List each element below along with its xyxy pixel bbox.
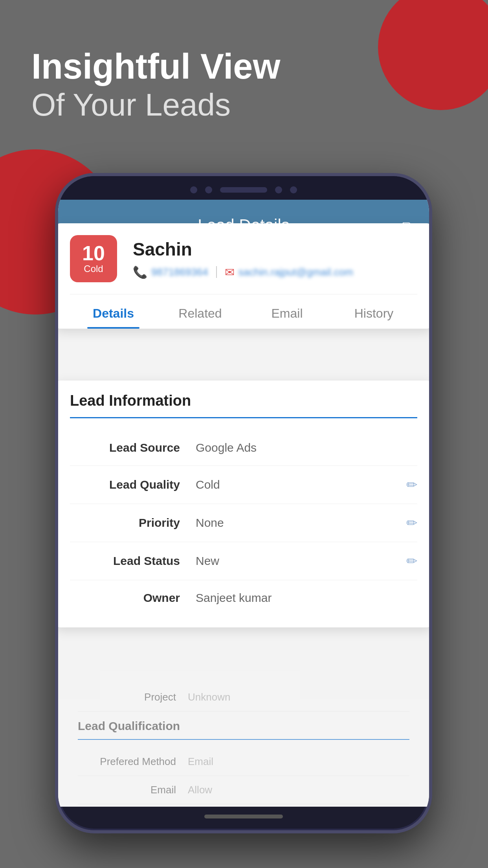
tab-email[interactable]: Email <box>244 294 330 329</box>
blurred-row-email: Email Allow <box>78 776 409 804</box>
tab-details[interactable]: Details <box>70 294 157 329</box>
contact-divider <box>216 266 217 278</box>
phone-screen: ← Lead Details ✏ Email sachin.rajput@gma… <box>58 200 429 807</box>
blurred-row-call: Call Allow <box>78 804 409 807</box>
blurred-value-prefered-method: Email <box>188 756 213 768</box>
page-wrapper: Insightful View Of Your Leads ← Lead Det… <box>0 0 488 868</box>
info-row-lead-quality: Lead Quality Cold ✏ <box>70 466 417 504</box>
section-title: Lead Information <box>70 392 417 409</box>
camera-dot-1 <box>190 186 197 193</box>
lead-header: 10 Cold Sachin 📞 9871869364 ✉ <box>70 235 417 282</box>
blurred-label-prefered-method: Prefered Method <box>78 756 188 768</box>
blurred-label-email: Email <box>78 784 188 796</box>
blurred-section-divider <box>78 739 409 740</box>
lead-score-number: 10 <box>82 243 105 263</box>
lead-card-top: 10 Cold Sachin 📞 9871869364 ✉ <box>58 223 429 329</box>
edit-lead-status-button[interactable]: ✏ <box>406 553 417 569</box>
blurred-value-project: Unknown <box>188 691 230 703</box>
header-title-line2: Of Your Leads <box>31 86 457 124</box>
camera-dot-4 <box>290 186 297 193</box>
info-row-priority: Priority None ✏ <box>70 504 417 542</box>
header-title-line1: Insightful View <box>31 47 457 86</box>
section-divider <box>70 417 417 418</box>
contact-email[interactable]: ✉ sachin.rajput@gmail.com <box>225 265 353 279</box>
blurred-section-title-qualification: Lead Qualification <box>78 719 409 733</box>
phone-camera-area <box>58 176 429 200</box>
blurred-row-project: Project Unknown <box>78 683 409 712</box>
lead-contact-row: 📞 9871869364 ✉ sachin.rajput@gmail.com <box>133 265 417 279</box>
email-icon: ✉ <box>225 265 235 279</box>
blurred-label-project: Project <box>78 691 188 703</box>
value-lead-quality: Cold <box>196 478 402 491</box>
info-row-lead-source: Lead Source Google Ads <box>70 430 417 466</box>
value-owner: Sanjeet kumar <box>196 591 417 605</box>
lead-name: Sachin <box>133 239 417 260</box>
lead-info-card: Lead Information Lead Source Google Ads … <box>58 381 429 627</box>
phone-mockup: ← Lead Details ✏ Email sachin.rajput@gma… <box>55 173 432 833</box>
email-address: sachin.rajput@gmail.com <box>238 266 353 278</box>
contact-phone[interactable]: 📞 9871869364 <box>133 265 208 279</box>
camera-dot-3 <box>275 186 282 193</box>
tabs-row: Details Related Email History <box>70 294 417 329</box>
info-row-owner: Owner Sanjeet kumar <box>70 580 417 616</box>
label-priority: Priority <box>70 516 196 530</box>
info-row-lead-status: Lead Status New ✏ <box>70 542 417 580</box>
phone-icon: 📞 <box>133 265 147 279</box>
camera-speaker <box>220 187 267 193</box>
phone-number: 9871869364 <box>151 266 208 278</box>
tab-related[interactable]: Related <box>157 294 244 329</box>
lead-info: Sachin 📞 9871869364 ✉ sachin.rajput@gmai… <box>133 239 417 279</box>
phone-home-bar <box>204 815 283 818</box>
edit-priority-button[interactable]: ✏ <box>406 515 417 531</box>
blurred-value-email: Allow <box>188 784 212 796</box>
tab-history[interactable]: History <box>330 294 417 329</box>
camera-dot-2 <box>205 186 212 193</box>
lead-score-badge: 10 Cold <box>70 235 117 282</box>
phone-bottom-blurred: Project Unknown Lead Qualification Prefe… <box>58 671 429 807</box>
label-owner: Owner <box>70 591 196 605</box>
edit-lead-quality-button[interactable]: ✏ <box>406 477 417 493</box>
lead-score-label: Cold <box>84 263 103 274</box>
label-lead-quality: Lead Quality <box>70 478 196 491</box>
label-lead-source: Lead Source <box>70 441 196 454</box>
label-lead-status: Lead Status <box>70 554 196 568</box>
value-lead-source: Google Ads <box>196 441 417 454</box>
header-section: Insightful View Of Your Leads <box>0 0 488 147</box>
blurred-row-prefered-method: Prefered Method Email <box>78 748 409 776</box>
value-priority: None <box>196 516 402 530</box>
value-lead-status: New <box>196 554 402 568</box>
